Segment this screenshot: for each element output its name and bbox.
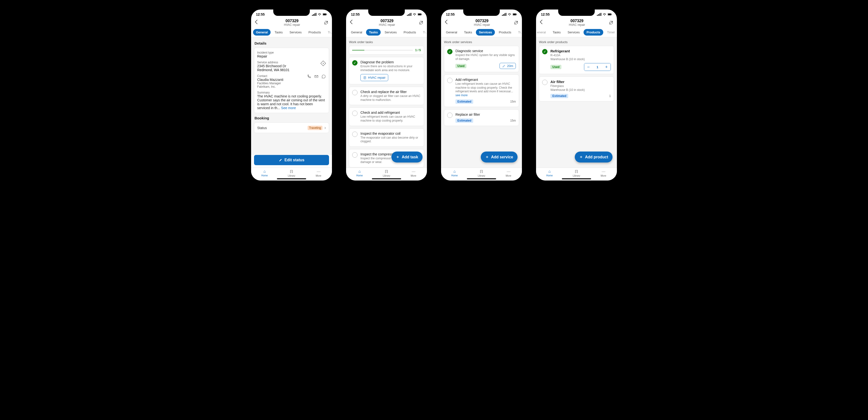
summary-label: Summary bbox=[257, 91, 326, 94]
signal-icon bbox=[597, 12, 601, 17]
add-product-button[interactable]: ＋Add product bbox=[575, 152, 613, 162]
battery-icon bbox=[513, 12, 517, 17]
add-service-button[interactable]: ＋Add service bbox=[481, 152, 518, 162]
duration-button[interactable]: 20m bbox=[499, 63, 516, 69]
nav-more[interactable]: ⋯More bbox=[590, 168, 617, 181]
chevron-right-icon: › bbox=[324, 125, 326, 130]
tab-tasks[interactable]: Tasks bbox=[366, 29, 381, 36]
task-checkbox[interactable] bbox=[352, 152, 358, 158]
product-item[interactable]: Air filter Fiberglass Warehouse B (10 in… bbox=[539, 77, 614, 101]
task-checkbox[interactable] bbox=[352, 90, 358, 95]
nav-home[interactable]: ⌂Home bbox=[441, 168, 468, 181]
tab-tasks[interactable]: Tasks bbox=[272, 29, 285, 36]
service-title: Replace air filter bbox=[456, 113, 516, 116]
service-title: Diagnostic service bbox=[456, 49, 516, 53]
qty-plus-button[interactable]: + bbox=[602, 63, 611, 71]
tab-general[interactable]: General bbox=[443, 29, 460, 36]
tab-tasks[interactable]: Tasks bbox=[461, 29, 475, 36]
product-checkbox[interactable]: ✓ bbox=[542, 49, 548, 54]
phone-icon[interactable] bbox=[307, 74, 311, 80]
home-icon: ⌂ bbox=[346, 169, 373, 174]
service-checkbox[interactable]: ✓ bbox=[447, 49, 453, 54]
svg-rect-3 bbox=[316, 13, 316, 16]
task-title: Check and add refrigerant bbox=[361, 111, 421, 115]
qty-minus-button[interactable]: − bbox=[584, 63, 593, 71]
task-item[interactable]: ✓ Diagnose the problem Ensure there are … bbox=[349, 57, 424, 84]
notch bbox=[368, 9, 405, 16]
tab-services[interactable]: Services bbox=[564, 29, 583, 36]
home-icon: ⌂ bbox=[251, 169, 278, 174]
task-link-button[interactable]: HVAC repair bbox=[361, 74, 388, 81]
directions-icon[interactable] bbox=[320, 61, 326, 67]
products-section-title: Work order products bbox=[539, 40, 614, 44]
tab-services[interactable]: Services bbox=[382, 29, 400, 36]
task-sub: Ensure there are no obstructions in your… bbox=[361, 65, 421, 72]
notch bbox=[273, 9, 310, 16]
more-icon: ⋯ bbox=[590, 169, 617, 174]
work-order-sub: HVAC repair bbox=[260, 23, 324, 27]
service-checkbox[interactable] bbox=[447, 78, 453, 83]
open-external-icon[interactable] bbox=[514, 20, 519, 25]
tab-services[interactable]: Services bbox=[287, 29, 305, 36]
nav-more[interactable]: ⋯More bbox=[495, 168, 522, 181]
task-item[interactable]: Check and replace the air filterA dirty … bbox=[349, 87, 424, 105]
task-item[interactable]: Check and add refrigerantLow refrigerant… bbox=[349, 108, 424, 126]
service-item[interactable]: ✓ Diagnostic service Inspect the HVAC sy… bbox=[444, 46, 519, 72]
nav-more[interactable]: ⋯More bbox=[400, 168, 427, 181]
svg-rect-15 bbox=[422, 14, 422, 15]
task-checkbox[interactable] bbox=[352, 111, 358, 116]
nav-home[interactable]: ⌂Home bbox=[536, 168, 563, 181]
add-task-button[interactable]: ＋Add task bbox=[392, 152, 423, 162]
header: 007329HVAC repair bbox=[536, 17, 617, 28]
status-icons bbox=[597, 12, 612, 17]
nav-home[interactable]: ⌂Home bbox=[346, 168, 373, 181]
tab-products[interactable]: Products bbox=[306, 29, 324, 36]
tab-services[interactable]: Services bbox=[476, 29, 495, 36]
work-order-id: 007329 bbox=[450, 19, 514, 23]
library-icon: ℿ bbox=[563, 169, 590, 174]
message-icon[interactable] bbox=[321, 74, 326, 80]
nav-more[interactable]: ⋯More bbox=[305, 168, 332, 181]
service-item[interactable]: Replace air filter Estimated 15m bbox=[444, 110, 519, 126]
product-item[interactable]: ✓ Refrigerant R-410A Warehouse B (10 in … bbox=[539, 46, 614, 74]
task-checkbox[interactable] bbox=[352, 131, 358, 137]
back-button[interactable] bbox=[254, 20, 260, 26]
nav-home[interactable]: ⌂Home bbox=[251, 168, 278, 181]
tab-timeline[interactable]: Timel bbox=[604, 29, 617, 36]
tab-tasks[interactable]: Tasks bbox=[550, 29, 564, 36]
svg-rect-10 bbox=[408, 14, 409, 16]
phone-products: 12:55 007329HVAC repair eneral Tasks Ser… bbox=[534, 7, 619, 183]
back-button[interactable] bbox=[444, 20, 450, 26]
see-more-link[interactable]: See more bbox=[281, 106, 296, 110]
edit-status-button[interactable]: Edit status bbox=[254, 155, 329, 165]
tab-products[interactable]: Products bbox=[496, 29, 514, 36]
product-checkbox[interactable] bbox=[542, 80, 548, 85]
tab-general[interactable]: General bbox=[253, 29, 271, 36]
open-external-icon[interactable] bbox=[418, 20, 424, 25]
svg-rect-9 bbox=[407, 15, 408, 16]
service-checkbox[interactable] bbox=[447, 113, 453, 118]
service-item[interactable]: Add refrigerant Low refrigerant levels c… bbox=[444, 74, 519, 107]
see-more-link[interactable]: see more bbox=[456, 94, 468, 97]
email-icon[interactable] bbox=[314, 74, 318, 80]
summary-text: The HVAC machine is not cooling properly… bbox=[257, 94, 326, 110]
tab-timeline[interactable]: Ti… bbox=[515, 29, 522, 36]
tab-products[interactable]: Products bbox=[584, 29, 603, 36]
back-button[interactable] bbox=[349, 20, 355, 26]
booking-status-row[interactable]: Status Traveling › bbox=[254, 123, 329, 133]
tab-general[interactable]: eneral bbox=[536, 29, 549, 36]
content-tasks: Work order tasks 1 / 5 ✓ Diagnose the pr… bbox=[346, 37, 427, 168]
service-sub: Low refrigerant levels can cause an HVAC… bbox=[456, 82, 516, 97]
task-checkbox[interactable]: ✓ bbox=[352, 60, 358, 65]
tab-timeline[interactable]: Ti… bbox=[325, 29, 332, 36]
task-title: Inspect the evaporator coil bbox=[361, 131, 421, 136]
tab-products[interactable]: Products bbox=[401, 29, 419, 36]
tab-timeline[interactable]: Ti… bbox=[420, 29, 427, 36]
home-indicator bbox=[562, 178, 591, 179]
open-external-icon[interactable] bbox=[609, 20, 614, 25]
back-button[interactable] bbox=[539, 20, 545, 26]
task-item[interactable]: Inspect the evaporator coilThe evaporato… bbox=[349, 128, 424, 147]
tab-general[interactable]: General bbox=[348, 29, 365, 36]
open-external-icon[interactable] bbox=[324, 20, 329, 25]
tab-bar: General Tasks Services Products Ti… bbox=[346, 28, 427, 37]
